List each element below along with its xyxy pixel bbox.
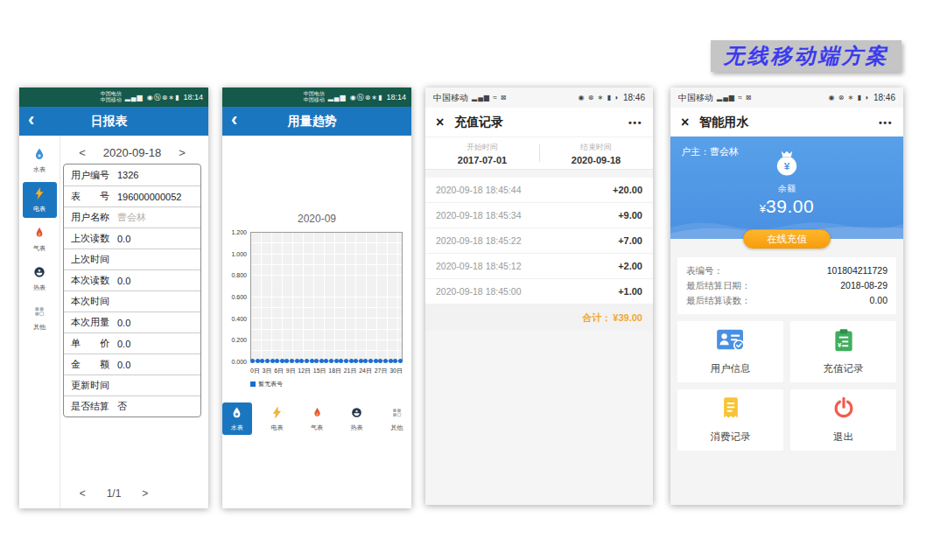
field-label: 单 价	[71, 337, 109, 350]
prev-page-button[interactable]: <	[80, 487, 86, 500]
data-point	[324, 359, 328, 363]
power-icon	[831, 396, 856, 424]
data-point	[398, 359, 403, 363]
status-time: 18:46	[623, 93, 645, 102]
grid-card-usercard[interactable]: 用户信息	[677, 321, 783, 382]
close-icon[interactable]: ×	[436, 115, 444, 130]
grid-card-label: 退出	[833, 430, 853, 444]
chart-title: 2020-09	[222, 213, 411, 225]
y-tick-label: 1.000	[231, 250, 247, 256]
current-date[interactable]: 2020-09-18	[103, 146, 162, 159]
prev-date-button[interactable]: <	[79, 146, 86, 159]
start-date-picker[interactable]: 开始时间 2017-07-01	[425, 137, 539, 169]
carrier-1: 中国电信	[101, 91, 122, 97]
field-value: 1326	[117, 170, 138, 180]
status-icons: ◉ ⊗ ∗ ▮ ◗	[578, 94, 620, 102]
recharge-record-list: 2020-09-18 18:45:44+20.002020-09-18 18:4…	[425, 178, 653, 304]
data-point	[314, 359, 319, 363]
date-navigator: < 2020-09-18 >	[63, 141, 201, 164]
sidebar-item-label: 水表	[33, 165, 46, 174]
tab-item-water[interactable]: 水表	[222, 402, 252, 435]
next-page-button[interactable]: >	[142, 487, 148, 500]
back-icon[interactable]: ‹	[28, 110, 34, 130]
svg-text:¥: ¥	[838, 341, 842, 349]
record-amount: +7.00	[618, 235, 642, 246]
sidebar-item-label: 其他	[33, 323, 46, 332]
page-title: 智能用水	[699, 115, 879, 130]
data-point	[378, 359, 382, 363]
table-row: 本次用量0.0	[64, 312, 200, 332]
daily-report-screen: 中国电信 中国移动 ▂▄▆ ◉Ⓝ⊗∗▮ 18:14 ‹ 日报表 水表电表气表热表…	[19, 88, 208, 508]
sidebar-item-bolt[interactable]: 电表	[23, 182, 57, 218]
data-point	[383, 359, 388, 363]
x-tick-label: 30日	[389, 367, 403, 375]
status-icons: ◉ ⊗ ∗ ▮ ◗	[828, 94, 870, 102]
end-date-picker[interactable]: 结束时间 2020-09-18	[539, 137, 653, 169]
info-row: 表编号：101804211729	[686, 263, 887, 278]
date-range-filter: 开始时间 2017-07-01 结束时间 2020-09-18	[425, 136, 653, 170]
data-point	[389, 359, 393, 363]
sidebar-item-label: 气表	[33, 244, 46, 253]
usercard-icon	[716, 328, 746, 356]
tab-item-label: 水表	[231, 424, 243, 432]
end-date-label: 结束时间	[580, 142, 612, 153]
table-row: 单 价0.0	[64, 332, 200, 354]
tab-item-heat[interactable]: 热表	[342, 402, 372, 435]
section-gap	[425, 170, 653, 178]
info-value: 101804211729	[827, 263, 887, 278]
record-time: 2020-09-18 18:45:44	[436, 185, 522, 195]
function-grid: 用户信息¥充值记录消费记录退出	[677, 321, 896, 451]
grid-card-clipboard[interactable]: ¥充值记录	[790, 321, 896, 382]
x-tick-label: 18日	[328, 367, 341, 375]
record-amount: +2.00	[618, 261, 642, 271]
grid-card-power[interactable]: 退出	[790, 389, 896, 451]
grid-card-receipt[interactable]: 消费记录	[677, 389, 783, 451]
field-label: 本次时间	[71, 295, 109, 308]
info-row: 最后结算日期：2018-08-29	[686, 278, 887, 293]
table-row: 用户编号1326	[64, 164, 200, 186]
data-point	[265, 359, 270, 363]
status-bar: 中国移动 ▂▄▆ ≈ ⊠ ◉ ⊗ ∗ ▮ ◗ 18:46	[425, 88, 653, 108]
slide-title-box: 无线移动端方案	[711, 40, 901, 72]
meter-info-card: 表编号：101804211729最后结算日期：2018-08-29最后结算读数：…	[677, 257, 896, 314]
online-recharge-button[interactable]: 在线充值	[743, 229, 831, 248]
app-header: ‹ 日报表	[19, 107, 208, 136]
x-tick-label: 6日	[274, 367, 284, 375]
x-tick-label: 3日	[263, 367, 272, 375]
balance-card: 户主：曹会林 ¥ 余额 ¥ 39.00	[670, 136, 903, 239]
more-menu-icon[interactable]: •••	[628, 117, 642, 128]
sidebar-item-grid[interactable]: 其他	[23, 300, 57, 336]
x-tick-label: 15日	[313, 367, 326, 375]
tab-item-grid[interactable]: 其他	[382, 402, 411, 435]
close-icon[interactable]: ×	[681, 115, 689, 130]
record-time: 2020-09-18 18:45:22	[436, 235, 522, 246]
usage-trend-screen: 中国电信 中国移动 ▂▄▆ ◉Ⓝ⊗∗▮ 18:14 ‹ 用量趋势 2020-09…	[222, 88, 411, 508]
chart-data-points	[250, 359, 403, 363]
usage-chart: 1.2001.0000.8000.6000.4000.2000.000 0日3日…	[228, 228, 404, 377]
tab-item-bolt[interactable]: 电表	[263, 402, 292, 435]
flame-meter-icon	[311, 406, 324, 423]
more-menu-icon[interactable]: •••	[879, 117, 893, 128]
carrier: 中国移动	[678, 92, 713, 104]
sidebar-item-label: 电表	[33, 205, 46, 214]
tab-item-flame[interactable]: 气表	[302, 402, 332, 435]
field-value: 曹会林	[117, 211, 146, 224]
back-icon[interactable]: ‹	[231, 110, 237, 130]
field-label: 用户编号	[71, 169, 109, 182]
table-row: 更新时间	[64, 374, 200, 396]
sidebar-item-flame[interactable]: 气表	[23, 221, 57, 257]
next-date-button[interactable]: >	[179, 146, 186, 159]
filter-divider	[539, 144, 540, 162]
data-point	[334, 359, 339, 363]
end-date-value: 2020-09-18	[572, 155, 621, 165]
report-table: 用户编号1326表 号196000000052用户名称曹会林上次读数0.0上次时…	[63, 164, 201, 417]
data-point	[260, 359, 264, 363]
data-point	[275, 359, 279, 363]
table-row: 本次读数0.0	[64, 270, 200, 290]
field-value: 0.0	[117, 276, 130, 286]
sidebar-item-water[interactable]: 水表	[23, 143, 57, 178]
data-point	[359, 359, 363, 363]
data-point	[305, 359, 309, 363]
svg-text:¥: ¥	[784, 160, 790, 172]
sidebar-item-heat[interactable]: 热表	[23, 261, 57, 297]
